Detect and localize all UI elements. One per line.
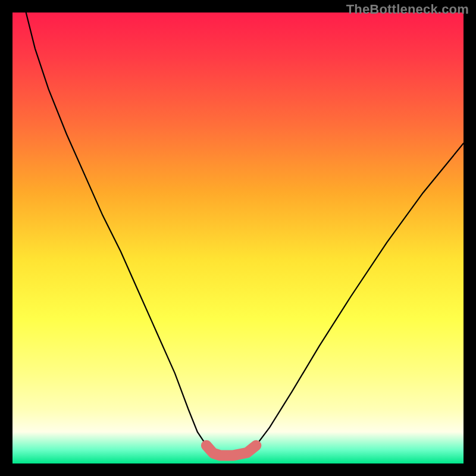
bottleneck-curve xyxy=(26,12,464,455)
curve-layer xyxy=(12,12,464,464)
bottom-highlight xyxy=(206,446,256,456)
chart-container: TheBottleneck.com xyxy=(0,0,476,476)
